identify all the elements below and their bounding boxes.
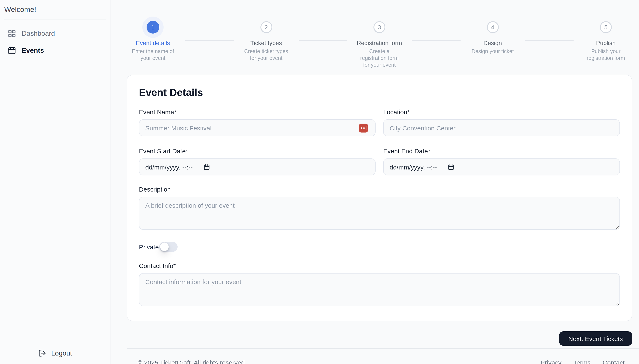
step-description: Design your ticket <box>472 48 514 55</box>
description-textarea[interactable] <box>139 197 620 230</box>
footer-links: Privacy Terms Contact <box>541 359 624 364</box>
description-label: Description <box>139 186 620 193</box>
footer-link-contact[interactable]: Contact <box>603 359 624 364</box>
logout-icon <box>38 349 46 357</box>
sidebar-item-dashboard[interactable]: Dashboard <box>4 25 106 42</box>
sidebar-item-label: Dashboard <box>22 30 55 38</box>
step-design[interactable]: 4 Design Design your ticket <box>466 17 519 55</box>
event-details-card: Event Details Event Name* <box>126 75 632 321</box>
page-footer: © 2025 TicketCraft. All rights reserved.… <box>126 359 632 364</box>
end-date-input[interactable]: dd/mm/yyyy, --:-- <box>383 158 620 176</box>
step-description: Create a registration form for your even… <box>357 48 402 68</box>
step-3-badge: 3 <box>374 21 385 33</box>
step-publish[interactable]: 5 Publish Publish your registration form <box>580 17 632 62</box>
sidebar-nav: Dashboard Events <box>0 25 110 59</box>
step-description: Publish your registration form <box>583 48 628 62</box>
step-description: Create ticket types for your event <box>244 48 289 62</box>
step-connector <box>298 40 347 41</box>
step-ticket-types[interactable]: 2 Ticket types Create ticket types for y… <box>240 17 292 62</box>
step-description: Enter the name of your event <box>130 48 176 62</box>
private-label: Private <box>139 243 159 250</box>
event-name-input[interactable] <box>139 119 376 136</box>
next-event-tickets-button[interactable]: Next: Event Tickets <box>559 331 632 346</box>
footer-link-terms[interactable]: Terms <box>573 359 591 364</box>
date-value: dd/mm/yyyy, --:-- <box>390 163 437 170</box>
page-title: Event Details <box>139 86 620 99</box>
logout-button[interactable]: Logout <box>0 349 110 357</box>
step-label: Ticket types <box>250 40 282 47</box>
start-date-input[interactable]: dd/mm/yyyy, --:-- <box>139 158 376 176</box>
event-name-label: Event Name* <box>139 108 376 116</box>
date-value: dd/mm/yyyy, --:-- <box>145 163 193 170</box>
copyright-text: © 2025 TicketCraft. All rights reserved. <box>138 359 246 364</box>
step-connector <box>185 40 234 41</box>
sidebar-item-label: Events <box>22 47 44 54</box>
step-label: Registration form <box>357 40 402 47</box>
contact-info-textarea[interactable] <box>139 273 620 306</box>
location-label: Location* <box>383 108 620 116</box>
main-content: 1 Event details Enter the name of your e… <box>110 0 639 364</box>
calendar-picker-icon[interactable] <box>448 164 454 170</box>
password-manager-icon[interactable] <box>359 124 368 132</box>
step-label: Event details <box>136 40 170 47</box>
private-toggle[interactable] <box>159 242 178 252</box>
step-connector <box>525 40 574 41</box>
step-1-badge: 1 <box>146 21 159 34</box>
app-viewport: Welcome! Dashboard Events <box>0 0 639 364</box>
sidebar-divider <box>4 20 106 20</box>
end-date-label: Event End Date* <box>383 148 620 154</box>
calendar-icon <box>8 46 16 55</box>
welcome-text: Welcome! <box>0 0 110 14</box>
logout-label: Logout <box>51 349 72 357</box>
dashboard-icon <box>8 29 16 38</box>
step-label: Design <box>483 40 502 47</box>
footer-divider <box>126 348 639 349</box>
step-connector <box>412 40 460 41</box>
step-label: Publish <box>596 40 616 47</box>
start-date-label: Event Start Date* <box>139 148 376 154</box>
step-4-badge: 4 <box>487 21 498 33</box>
contact-info-label: Contact Info* <box>139 262 620 269</box>
location-input[interactable] <box>383 119 620 136</box>
wizard-stepper: 1 Event details Enter the name of your e… <box>126 17 632 75</box>
toggle-knob <box>160 242 168 251</box>
step-event-details[interactable]: 1 Event details Enter the name of your e… <box>126 17 179 62</box>
calendar-picker-icon[interactable] <box>204 164 210 170</box>
step-registration-form[interactable]: 3 Registration form Create a registratio… <box>353 17 406 68</box>
step-5-badge: 5 <box>600 21 612 33</box>
sidebar: Welcome! Dashboard Events <box>0 0 110 364</box>
step-2-badge: 2 <box>260 21 272 33</box>
sidebar-item-events[interactable]: Events <box>4 42 106 59</box>
footer-link-privacy[interactable]: Privacy <box>541 359 562 364</box>
